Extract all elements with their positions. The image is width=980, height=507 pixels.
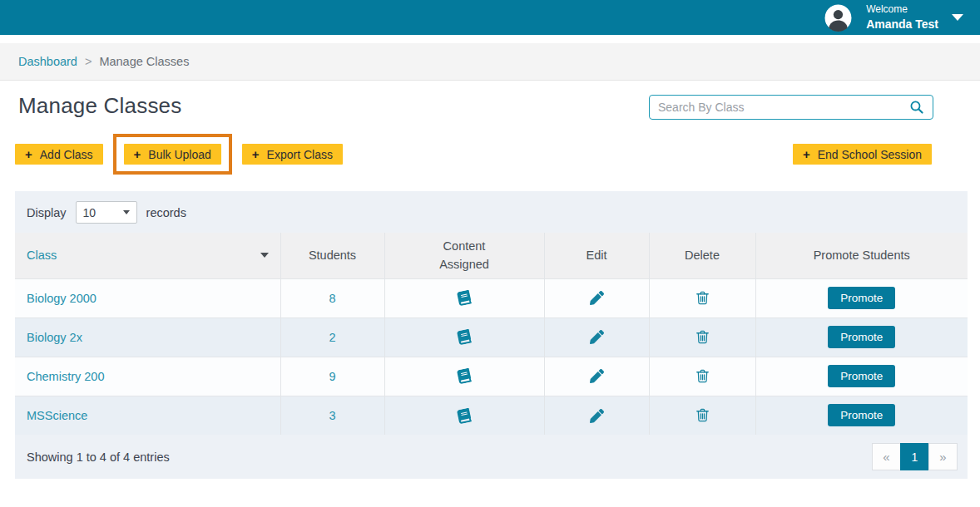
bulk-upload-label: Bulk Upload: [148, 148, 211, 161]
plus-icon: +: [134, 148, 141, 160]
delete-trash-icon: [695, 289, 710, 307]
column-header-edit: Edit: [544, 233, 649, 278]
page-title: Manage Classes: [18, 93, 181, 119]
book-icon: [456, 407, 472, 424]
delete-trash-icon: [695, 406, 710, 424]
breadcrumb-current: Manage Classes: [99, 55, 189, 68]
bulk-upload-button[interactable]: + Bulk Upload: [124, 144, 221, 165]
display-records-bar: Display 10 records: [15, 191, 968, 233]
records-per-page-select[interactable]: 10: [76, 201, 137, 224]
breadcrumb-separator: >: [85, 55, 92, 68]
classes-panel: Display 10 records Class Students Conten…: [15, 191, 968, 479]
display-label: Display: [27, 206, 67, 219]
export-class-button[interactable]: + Export Class: [242, 144, 343, 165]
edit-pencil-icon: [590, 291, 604, 305]
search-box: [649, 95, 933, 120]
book-icon: [456, 368, 472, 385]
class-link[interactable]: Biology 2000: [27, 292, 97, 305]
book-icon: [456, 329, 472, 346]
student-count-link[interactable]: 9: [329, 370, 335, 383]
column-header-students: Students: [280, 233, 384, 278]
top-bar: Welcome Amanda Test: [0, 0, 980, 35]
table-row: Chemistry 200 9 Promote: [15, 357, 968, 396]
content-assigned-button[interactable]: [458, 330, 471, 344]
plus-icon: +: [25, 148, 32, 160]
edit-button[interactable]: [590, 369, 604, 383]
delete-button[interactable]: [695, 328, 710, 346]
table-row: Biology 2x 2 Promote: [15, 317, 968, 357]
promote-button[interactable]: Promote: [828, 404, 895, 426]
breadcrumb: Dashboard > Manage Classes: [0, 43, 980, 81]
table-row: Biology 2000 8 Promote: [15, 278, 968, 317]
table-footer: Showing 1 to 4 of 4 entries « 1 »: [15, 435, 968, 479]
end-school-session-button[interactable]: + End School Session: [793, 144, 932, 165]
chevron-down-icon[interactable]: [952, 14, 963, 21]
class-link[interactable]: Biology 2x: [27, 331, 82, 344]
content-assigned-button[interactable]: [458, 369, 471, 383]
delete-button[interactable]: [695, 367, 710, 385]
edit-pencil-icon: [590, 369, 604, 383]
plus-icon: +: [252, 148, 260, 160]
column-header-content-assigned: Content Assigned: [384, 233, 544, 278]
toolbar: + Add Class + Bulk Upload + Export Class…: [0, 134, 980, 175]
search-icon: [909, 100, 924, 115]
delete-trash-icon: [695, 367, 710, 385]
book-icon: [456, 290, 472, 307]
class-header-label: Class: [27, 249, 57, 262]
edit-pencil-icon: [590, 409, 604, 423]
class-link[interactable]: MSScience: [27, 409, 87, 422]
showing-entries-text: Showing 1 to 4 of 4 entries: [27, 450, 170, 464]
export-class-label: Export Class: [267, 148, 333, 161]
edit-button[interactable]: [590, 409, 604, 423]
sort-caret-icon[interactable]: [260, 253, 269, 258]
class-link[interactable]: Chemistry 200: [27, 370, 104, 383]
pagination-prev-button[interactable]: «: [872, 443, 901, 470]
delete-trash-icon: [695, 328, 710, 346]
pagination: « 1 »: [873, 443, 958, 470]
student-count-link[interactable]: 8: [329, 292, 335, 305]
promote-button[interactable]: Promote: [828, 365, 895, 387]
classes-table: Class Students Content Assigned Edit Del…: [15, 233, 968, 435]
user-menu[interactable]: Welcome Amanda Test: [866, 3, 938, 32]
content-assigned-button[interactable]: [458, 409, 471, 423]
welcome-label: Welcome: [866, 3, 938, 17]
edit-button[interactable]: [590, 291, 604, 305]
promote-button[interactable]: Promote: [828, 287, 895, 309]
user-avatar[interactable]: [824, 4, 852, 32]
promote-button[interactable]: Promote: [828, 326, 895, 348]
table-row: MSScience 3 Promote: [15, 396, 968, 435]
person-icon: [824, 4, 852, 32]
delete-button[interactable]: [695, 289, 710, 307]
delete-button[interactable]: [695, 406, 710, 424]
student-count-link[interactable]: 3: [329, 409, 335, 422]
edit-button[interactable]: [590, 330, 604, 344]
username-label: Amanda Test: [866, 17, 938, 32]
column-header-class[interactable]: Class: [15, 233, 280, 278]
title-row: Manage Classes: [0, 81, 980, 120]
pagination-page-1-button[interactable]: 1: [900, 443, 929, 470]
table-header-row: Class Students Content Assigned Edit Del…: [15, 233, 968, 278]
breadcrumb-link-dashboard[interactable]: Dashboard: [18, 55, 77, 68]
records-label: records: [146, 206, 186, 219]
add-class-label: Add Class: [40, 148, 93, 161]
content-assigned-button[interactable]: [458, 291, 471, 305]
pagination-next-button[interactable]: »: [928, 443, 958, 470]
select-caret-icon: [123, 210, 130, 214]
end-school-session-label: End School Session: [818, 148, 922, 161]
edit-pencil-icon: [590, 330, 604, 344]
search-input[interactable]: [658, 101, 909, 114]
student-count-link[interactable]: 2: [329, 331, 335, 344]
column-header-delete: Delete: [649, 233, 755, 278]
search-button[interactable]: [909, 100, 924, 115]
bulk-upload-highlight-box: + Bulk Upload: [113, 134, 232, 175]
records-select-value: 10: [83, 206, 97, 219]
add-class-button[interactable]: + Add Class: [15, 144, 103, 165]
plus-icon: +: [803, 148, 810, 160]
column-header-promote-students: Promote Students: [755, 233, 968, 278]
